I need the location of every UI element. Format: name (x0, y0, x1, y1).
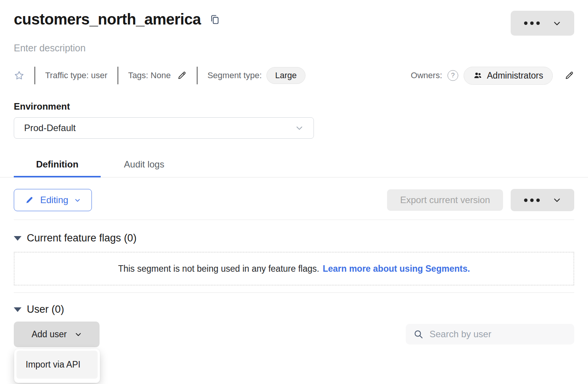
empty-state-text: This segment is not being used in any fe… (118, 264, 319, 274)
feature-flags-empty-state: This segment is not being used in any fe… (14, 252, 574, 286)
divider (118, 67, 118, 84)
people-icon (473, 71, 482, 80)
user-section-header[interactable]: User (0) (14, 304, 574, 315)
menu-item-import-via-api[interactable]: Import via API (16, 351, 98, 379)
chevron-down-icon (553, 196, 561, 204)
add-user-button[interactable]: Add user (14, 322, 100, 347)
meta-row: Traffic type: user Tags: None Segment ty… (14, 66, 574, 85)
chevron-down-icon (553, 19, 561, 28)
segment-page: customers_north_america Enter descriptio… (0, 11, 588, 347)
tab-bar: Definition Audit logs (0, 153, 588, 177)
owners-group: Owners: ? Administrators (411, 67, 574, 85)
pencil-icon (25, 195, 34, 205)
tab-definition[interactable]: Definition (14, 153, 101, 177)
help-icon[interactable]: ? (448, 70, 458, 81)
ellipsis-icon (524, 21, 540, 25)
divider (14, 292, 574, 293)
page-title: customers_north_america (14, 11, 201, 28)
owners-label: Owners: (411, 71, 442, 80)
user-search (406, 324, 574, 345)
user-controls-row: Add user Import via API (14, 322, 574, 347)
tags-label: Tags: None (128, 71, 171, 80)
environment-label: Environment (14, 101, 574, 112)
owners-badge[interactable]: Administrators (464, 67, 553, 85)
definition-overflow-menu-button[interactable] (511, 189, 574, 211)
header-overflow-menu-button[interactable] (511, 11, 574, 36)
edit-tags-icon[interactable] (177, 71, 187, 80)
ellipsis-icon (524, 199, 540, 202)
chevron-down-icon (75, 331, 82, 338)
environment-selected-value: Prod-Default (24, 123, 76, 133)
segment-type-label: Segment type: (207, 71, 262, 80)
chevron-down-icon (295, 124, 304, 132)
feature-flags-heading: Current feature flags (0) (27, 232, 137, 244)
definition-toolbar: Editing Export current version (14, 189, 574, 211)
edit-owners-icon[interactable] (564, 71, 574, 80)
search-by-user-input[interactable] (429, 328, 567, 340)
environment-select[interactable]: Prod-Default (14, 117, 314, 139)
copy-icon[interactable] (209, 14, 220, 25)
export-current-version-button[interactable]: Export current version (387, 189, 503, 211)
traffic-type-label: Traffic type: user (45, 71, 108, 80)
user-heading: User (0) (27, 304, 64, 315)
description-placeholder[interactable]: Enter description (14, 43, 574, 54)
feature-flags-section-header[interactable]: Current feature flags (0) (14, 232, 574, 244)
learn-more-link[interactable]: Learn more about using Segments. (323, 264, 470, 274)
editing-label: Editing (40, 195, 68, 205)
divider (14, 220, 574, 220)
divider (197, 67, 198, 84)
divider (34, 67, 35, 84)
editing-status-button[interactable]: Editing (14, 189, 92, 211)
collapse-triangle-icon (14, 236, 21, 241)
search-icon (413, 329, 423, 339)
add-user-label: Add user (31, 329, 67, 340)
owners-value: Administrators (487, 71, 543, 81)
add-user-dropdown-menu: Import via API (14, 349, 100, 383)
favorite-star-icon[interactable] (14, 70, 24, 81)
header: customers_north_america (14, 11, 574, 36)
collapse-triangle-icon (14, 307, 21, 312)
chevron-down-icon (74, 197, 81, 203)
segment-type-badge: Large (266, 67, 305, 84)
tab-audit-logs[interactable]: Audit logs (101, 153, 188, 177)
